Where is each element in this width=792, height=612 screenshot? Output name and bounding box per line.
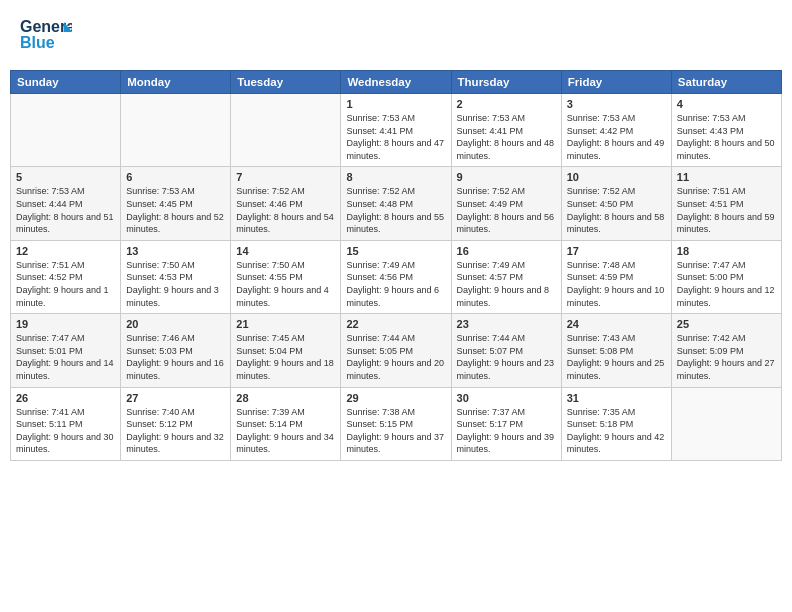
calendar-cell: 25Sunrise: 7:42 AMSunset: 5:09 PMDayligh… bbox=[671, 314, 781, 387]
calendar-cell bbox=[121, 94, 231, 167]
calendar-cell: 11Sunrise: 7:51 AMSunset: 4:51 PMDayligh… bbox=[671, 167, 781, 240]
day-number: 19 bbox=[16, 318, 115, 330]
day-number: 27 bbox=[126, 392, 225, 404]
calendar-body: 1Sunrise: 7:53 AMSunset: 4:41 PMDaylight… bbox=[11, 94, 782, 461]
day-number: 18 bbox=[677, 245, 776, 257]
calendar-cell: 9Sunrise: 7:52 AMSunset: 4:49 PMDaylight… bbox=[451, 167, 561, 240]
calendar-cell: 1Sunrise: 7:53 AMSunset: 4:41 PMDaylight… bbox=[341, 94, 451, 167]
day-info: Sunrise: 7:53 AMSunset: 4:44 PMDaylight:… bbox=[16, 185, 115, 235]
day-info: Sunrise: 7:40 AMSunset: 5:12 PMDaylight:… bbox=[126, 406, 225, 456]
day-number: 29 bbox=[346, 392, 445, 404]
calendar-container: SundayMondayTuesdayWednesdayThursdayFrid… bbox=[0, 70, 792, 471]
calendar-cell: 18Sunrise: 7:47 AMSunset: 5:00 PMDayligh… bbox=[671, 240, 781, 313]
calendar-cell: 12Sunrise: 7:51 AMSunset: 4:52 PMDayligh… bbox=[11, 240, 121, 313]
calendar-cell: 24Sunrise: 7:43 AMSunset: 5:08 PMDayligh… bbox=[561, 314, 671, 387]
calendar-cell bbox=[671, 387, 781, 460]
calendar-week-5: 26Sunrise: 7:41 AMSunset: 5:11 PMDayligh… bbox=[11, 387, 782, 460]
day-info: Sunrise: 7:44 AMSunset: 5:07 PMDaylight:… bbox=[457, 332, 556, 382]
calendar-cell: 10Sunrise: 7:52 AMSunset: 4:50 PMDayligh… bbox=[561, 167, 671, 240]
calendar-week-4: 19Sunrise: 7:47 AMSunset: 5:01 PMDayligh… bbox=[11, 314, 782, 387]
day-number: 26 bbox=[16, 392, 115, 404]
calendar-cell: 28Sunrise: 7:39 AMSunset: 5:14 PMDayligh… bbox=[231, 387, 341, 460]
calendar-cell: 30Sunrise: 7:37 AMSunset: 5:17 PMDayligh… bbox=[451, 387, 561, 460]
calendar-cell: 14Sunrise: 7:50 AMSunset: 4:55 PMDayligh… bbox=[231, 240, 341, 313]
calendar-cell: 23Sunrise: 7:44 AMSunset: 5:07 PMDayligh… bbox=[451, 314, 561, 387]
day-info: Sunrise: 7:48 AMSunset: 4:59 PMDaylight:… bbox=[567, 259, 666, 309]
day-info: Sunrise: 7:51 AMSunset: 4:51 PMDaylight:… bbox=[677, 185, 776, 235]
day-number: 6 bbox=[126, 171, 225, 183]
day-number: 28 bbox=[236, 392, 335, 404]
day-info: Sunrise: 7:35 AMSunset: 5:18 PMDaylight:… bbox=[567, 406, 666, 456]
calendar-week-1: 1Sunrise: 7:53 AMSunset: 4:41 PMDaylight… bbox=[11, 94, 782, 167]
calendar-cell: 15Sunrise: 7:49 AMSunset: 4:56 PMDayligh… bbox=[341, 240, 451, 313]
calendar-cell: 7Sunrise: 7:52 AMSunset: 4:46 PMDaylight… bbox=[231, 167, 341, 240]
calendar-week-2: 5Sunrise: 7:53 AMSunset: 4:44 PMDaylight… bbox=[11, 167, 782, 240]
day-info: Sunrise: 7:39 AMSunset: 5:14 PMDaylight:… bbox=[236, 406, 335, 456]
day-number: 2 bbox=[457, 98, 556, 110]
calendar-cell: 26Sunrise: 7:41 AMSunset: 5:11 PMDayligh… bbox=[11, 387, 121, 460]
day-number: 8 bbox=[346, 171, 445, 183]
calendar-cell: 3Sunrise: 7:53 AMSunset: 4:42 PMDaylight… bbox=[561, 94, 671, 167]
day-number: 30 bbox=[457, 392, 556, 404]
day-info: Sunrise: 7:52 AMSunset: 4:46 PMDaylight:… bbox=[236, 185, 335, 235]
day-info: Sunrise: 7:52 AMSunset: 4:49 PMDaylight:… bbox=[457, 185, 556, 235]
day-number: 25 bbox=[677, 318, 776, 330]
day-number: 10 bbox=[567, 171, 666, 183]
day-number: 3 bbox=[567, 98, 666, 110]
day-info: Sunrise: 7:53 AMSunset: 4:41 PMDaylight:… bbox=[346, 112, 445, 162]
day-info: Sunrise: 7:37 AMSunset: 5:17 PMDaylight:… bbox=[457, 406, 556, 456]
calendar-cell bbox=[231, 94, 341, 167]
calendar-cell bbox=[11, 94, 121, 167]
day-info: Sunrise: 7:49 AMSunset: 4:56 PMDaylight:… bbox=[346, 259, 445, 309]
day-number: 1 bbox=[346, 98, 445, 110]
day-number: 12 bbox=[16, 245, 115, 257]
weekday-header-wednesday: Wednesday bbox=[341, 71, 451, 94]
day-info: Sunrise: 7:42 AMSunset: 5:09 PMDaylight:… bbox=[677, 332, 776, 382]
day-number: 14 bbox=[236, 245, 335, 257]
weekday-header-sunday: Sunday bbox=[11, 71, 121, 94]
calendar-week-3: 12Sunrise: 7:51 AMSunset: 4:52 PMDayligh… bbox=[11, 240, 782, 313]
day-info: Sunrise: 7:53 AMSunset: 4:45 PMDaylight:… bbox=[126, 185, 225, 235]
day-number: 17 bbox=[567, 245, 666, 257]
day-number: 22 bbox=[346, 318, 445, 330]
calendar-cell: 8Sunrise: 7:52 AMSunset: 4:48 PMDaylight… bbox=[341, 167, 451, 240]
calendar-table: SundayMondayTuesdayWednesdayThursdayFrid… bbox=[10, 70, 782, 461]
weekday-header-friday: Friday bbox=[561, 71, 671, 94]
calendar-cell: 16Sunrise: 7:49 AMSunset: 4:57 PMDayligh… bbox=[451, 240, 561, 313]
day-number: 23 bbox=[457, 318, 556, 330]
calendar-cell: 29Sunrise: 7:38 AMSunset: 5:15 PMDayligh… bbox=[341, 387, 451, 460]
day-info: Sunrise: 7:50 AMSunset: 4:53 PMDaylight:… bbox=[126, 259, 225, 309]
day-info: Sunrise: 7:45 AMSunset: 5:04 PMDaylight:… bbox=[236, 332, 335, 382]
weekday-header-monday: Monday bbox=[121, 71, 231, 94]
day-info: Sunrise: 7:44 AMSunset: 5:05 PMDaylight:… bbox=[346, 332, 445, 382]
day-info: Sunrise: 7:47 AMSunset: 5:00 PMDaylight:… bbox=[677, 259, 776, 309]
day-info: Sunrise: 7:51 AMSunset: 4:52 PMDaylight:… bbox=[16, 259, 115, 309]
calendar-cell: 4Sunrise: 7:53 AMSunset: 4:43 PMDaylight… bbox=[671, 94, 781, 167]
calendar-cell: 27Sunrise: 7:40 AMSunset: 5:12 PMDayligh… bbox=[121, 387, 231, 460]
day-info: Sunrise: 7:46 AMSunset: 5:03 PMDaylight:… bbox=[126, 332, 225, 382]
day-number: 9 bbox=[457, 171, 556, 183]
day-number: 31 bbox=[567, 392, 666, 404]
svg-text:Blue: Blue bbox=[20, 34, 55, 51]
header: General Blue bbox=[0, 0, 792, 70]
day-number: 15 bbox=[346, 245, 445, 257]
weekday-header-tuesday: Tuesday bbox=[231, 71, 341, 94]
page: General Blue SundayMondayTuesdayWednesda… bbox=[0, 0, 792, 612]
day-info: Sunrise: 7:53 AMSunset: 4:41 PMDaylight:… bbox=[457, 112, 556, 162]
day-info: Sunrise: 7:53 AMSunset: 4:42 PMDaylight:… bbox=[567, 112, 666, 162]
calendar-cell: 17Sunrise: 7:48 AMSunset: 4:59 PMDayligh… bbox=[561, 240, 671, 313]
day-info: Sunrise: 7:50 AMSunset: 4:55 PMDaylight:… bbox=[236, 259, 335, 309]
calendar-cell: 13Sunrise: 7:50 AMSunset: 4:53 PMDayligh… bbox=[121, 240, 231, 313]
day-info: Sunrise: 7:53 AMSunset: 4:43 PMDaylight:… bbox=[677, 112, 776, 162]
calendar-cell: 20Sunrise: 7:46 AMSunset: 5:03 PMDayligh… bbox=[121, 314, 231, 387]
weekday-header-thursday: Thursday bbox=[451, 71, 561, 94]
day-number: 24 bbox=[567, 318, 666, 330]
day-number: 20 bbox=[126, 318, 225, 330]
day-number: 7 bbox=[236, 171, 335, 183]
day-number: 16 bbox=[457, 245, 556, 257]
calendar-cell: 31Sunrise: 7:35 AMSunset: 5:18 PMDayligh… bbox=[561, 387, 671, 460]
day-number: 21 bbox=[236, 318, 335, 330]
day-info: Sunrise: 7:49 AMSunset: 4:57 PMDaylight:… bbox=[457, 259, 556, 309]
day-info: Sunrise: 7:38 AMSunset: 5:15 PMDaylight:… bbox=[346, 406, 445, 456]
calendar-cell: 5Sunrise: 7:53 AMSunset: 4:44 PMDaylight… bbox=[11, 167, 121, 240]
